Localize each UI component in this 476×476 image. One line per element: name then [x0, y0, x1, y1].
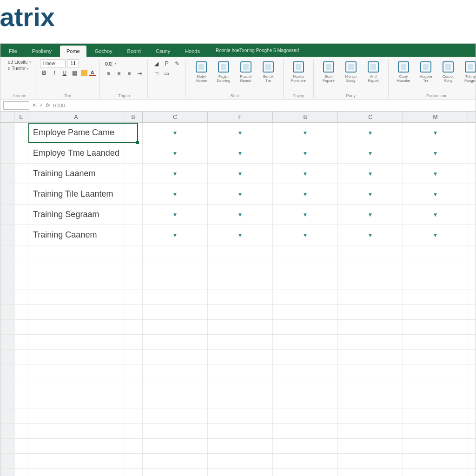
- cell[interactable]: [14, 290, 28, 304]
- col-header[interactable]: F: [208, 112, 273, 122]
- cell[interactable]: [28, 260, 124, 275]
- cell[interactable]: [124, 305, 143, 319]
- col-header[interactable]: B: [273, 112, 338, 122]
- cell[interactable]: [28, 245, 124, 260]
- cell[interactable]: [28, 379, 124, 394]
- row-header[interactable]: [0, 469, 14, 476]
- cell[interactable]: [273, 305, 338, 319]
- cell[interactable]: [14, 335, 28, 349]
- ribbon-command-button[interactable]: MotylMoone: [190, 60, 212, 83]
- cell[interactable]: [403, 439, 468, 453]
- cell[interactable]: [143, 275, 208, 290]
- cell[interactable]: [208, 364, 273, 379]
- col-header[interactable]: C: [338, 112, 403, 122]
- col-header[interactable]: E: [14, 112, 28, 122]
- cell[interactable]: [208, 409, 273, 423]
- cell[interactable]: [124, 164, 143, 184]
- row-header[interactable]: [0, 364, 14, 379]
- cell[interactable]: [28, 364, 124, 379]
- fx-icon[interactable]: fx: [46, 102, 50, 108]
- cell[interactable]: [124, 184, 143, 204]
- cell[interactable]: [273, 469, 338, 476]
- cell[interactable]: [338, 364, 403, 379]
- row-header[interactable]: [0, 424, 14, 438]
- cell[interactable]: [273, 260, 338, 275]
- cell[interactable]: [338, 439, 403, 453]
- row-header[interactable]: [0, 260, 14, 275]
- dropdown-cell[interactable]: ▼: [403, 123, 468, 143]
- cell[interactable]: [208, 379, 273, 394]
- cell[interactable]: [403, 335, 468, 349]
- row-header[interactable]: [0, 225, 14, 245]
- dropdown-cell[interactable]: ▼: [208, 205, 273, 225]
- cell[interactable]: [338, 335, 403, 349]
- cell-label[interactable]: Employe Pame Came: [28, 123, 124, 143]
- cell[interactable]: [208, 454, 273, 468]
- cell[interactable]: [143, 320, 208, 334]
- style-btn-4[interactable]: □: [152, 69, 161, 78]
- dropdown-cell[interactable]: ▼: [338, 184, 403, 204]
- cell[interactable]: [403, 305, 468, 319]
- cell[interactable]: [338, 469, 403, 476]
- cell[interactable]: [14, 424, 28, 438]
- font-size-select[interactable]: 11: [67, 60, 79, 67]
- cell[interactable]: [273, 335, 338, 349]
- cell[interactable]: [273, 379, 338, 394]
- cell[interactable]: [208, 320, 273, 334]
- cell[interactable]: [14, 245, 28, 260]
- dropdown-cell[interactable]: ▼: [143, 164, 208, 184]
- tab-boord[interactable]: Boord: [121, 46, 147, 57]
- cell[interactable]: [273, 454, 338, 468]
- cell-label[interactable]: Employe Tme Laanded: [28, 143, 124, 163]
- dropdown-cell[interactable]: ▼: [403, 143, 468, 163]
- cell[interactable]: [338, 454, 403, 468]
- ribbon-command-button[interactable]: MongoSonjy: [340, 60, 362, 83]
- cell[interactable]: [14, 469, 28, 476]
- cell[interactable]: [338, 275, 403, 290]
- dropdown-cell[interactable]: ▼: [208, 123, 273, 143]
- cell[interactable]: [124, 335, 143, 349]
- clipboard-item-2[interactable]: d Tusitor▾: [8, 66, 31, 71]
- dropdown-cell[interactable]: ▼: [143, 225, 208, 245]
- ribbon-command-button[interactable]: CooyMoonbe: [392, 60, 415, 83]
- cell[interactable]: [208, 424, 273, 438]
- cell[interactable]: [124, 143, 143, 163]
- row-header[interactable]: [0, 394, 14, 409]
- cell[interactable]: [273, 350, 338, 364]
- ribbon-command-button[interactable]: SordPopore: [317, 60, 340, 83]
- spreadsheet-grid[interactable]: E A B C F B C M Employe Pame Came▼▼▼▼▼Em…: [0, 112, 476, 476]
- cell[interactable]: [273, 439, 338, 453]
- ribbon-command-button[interactable]: AridPopott: [362, 60, 384, 83]
- ribbon-command-button[interactable]: TdonyPoogrd: [459, 60, 476, 83]
- row-header[interactable]: [0, 350, 14, 364]
- cell[interactable]: [338, 350, 403, 364]
- cell[interactable]: [28, 305, 124, 319]
- cell[interactable]: [208, 260, 273, 275]
- cell[interactable]: [143, 394, 208, 409]
- cell[interactable]: [338, 305, 403, 319]
- row-header[interactable]: [0, 123, 14, 143]
- col-header[interactable]: M: [403, 112, 468, 122]
- dropdown-cell[interactable]: ▼: [403, 205, 468, 225]
- dropdown-cell[interactable]: ▼: [273, 164, 338, 184]
- cell[interactable]: [28, 275, 124, 290]
- cell[interactable]: [124, 123, 143, 143]
- cell[interactable]: [273, 424, 338, 438]
- cell[interactable]: [124, 454, 143, 468]
- tab-poolieny[interactable]: Poolieny: [26, 46, 58, 57]
- cell[interactable]: [124, 364, 143, 379]
- cell[interactable]: [273, 409, 338, 423]
- dropdown-cell[interactable]: ▼: [208, 143, 273, 163]
- cell[interactable]: [124, 394, 143, 409]
- cell[interactable]: [208, 245, 273, 260]
- cell[interactable]: [143, 469, 208, 476]
- cell[interactable]: [143, 290, 208, 304]
- cell[interactable]: [273, 245, 338, 260]
- row-header[interactable]: [0, 409, 14, 423]
- dropdown-cell[interactable]: ▼: [143, 143, 208, 163]
- ribbon-command-button[interactable]: FsgiptDotining: [212, 60, 235, 83]
- dropdown-cell[interactable]: ▼: [143, 123, 208, 143]
- cell[interactable]: [14, 409, 28, 423]
- align-left-button[interactable]: ≡: [105, 69, 113, 78]
- cell[interactable]: [14, 260, 28, 275]
